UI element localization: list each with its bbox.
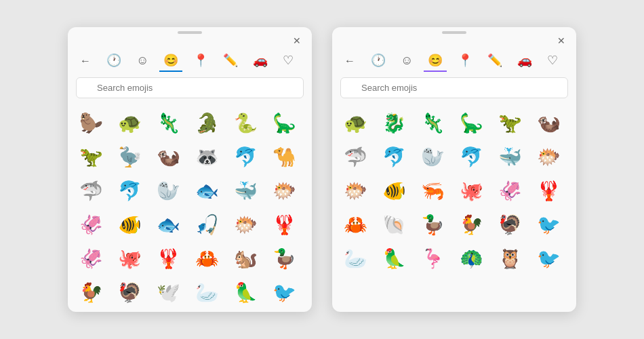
list-item[interactable]: 🦦: [152, 140, 184, 173]
recent-icon-left[interactable]: 🕐: [102, 50, 125, 72]
list-item[interactable]: 🎣: [190, 208, 223, 241]
list-item[interactable]: 🦦: [532, 106, 565, 139]
emoji-picker-right: ✕ ← 🕐 ☺ 😊 📍 ✏️ 🚗 ♡ 🔍 🐢 🐉 🦎 🦕 🦖 🦦 🦈 🐬 🦭 🐬…: [332, 27, 576, 312]
list-item[interactable]: 🐠: [378, 174, 410, 207]
list-item[interactable]: 🦜: [229, 276, 262, 308]
list-item[interactable]: 🦝: [190, 140, 223, 173]
location-icon-right[interactable]: 📍: [454, 50, 477, 72]
list-item[interactable]: 🐙: [455, 174, 487, 207]
list-item[interactable]: 🐬: [229, 140, 262, 173]
list-item[interactable]: 🦖: [75, 140, 107, 173]
list-item[interactable]: 🐟: [190, 174, 223, 207]
list-item[interactable]: 🦑: [75, 208, 107, 241]
list-item[interactable]: 🦉: [494, 242, 526, 275]
list-item[interactable]: 🦢: [190, 276, 223, 308]
list-item[interactable]: 🐬: [113, 174, 146, 207]
list-item[interactable]: 🐙: [113, 242, 146, 275]
list-item[interactable]: 🐦: [532, 208, 565, 241]
list-item[interactable]: 🦃: [113, 276, 146, 308]
list-item[interactable]: 🦈: [339, 140, 371, 173]
pen-icon-left[interactable]: ✏️: [219, 50, 242, 72]
close-button-left[interactable]: ✕: [291, 35, 302, 46]
people-icon-left[interactable]: 😊: [159, 50, 182, 72]
list-item[interactable]: 🐊: [190, 106, 223, 139]
list-item[interactable]: 🐚: [378, 208, 410, 241]
list-item[interactable]: 🦀: [190, 242, 223, 275]
list-item[interactable]: 🦭: [152, 174, 184, 207]
list-item[interactable]: 🦞: [268, 208, 300, 241]
list-item[interactable]: 🦭: [416, 140, 449, 173]
nav-bar-left: ← 🕐 ☺ 😊 📍 ✏️ 🚗 ♡: [68, 47, 312, 72]
heart-icon-left[interactable]: ♡: [279, 50, 298, 72]
drag-handle-right: [442, 31, 466, 34]
list-item[interactable]: 🦕: [268, 106, 300, 139]
list-item[interactable]: 🦤: [113, 140, 146, 173]
drag-handle-left: [178, 31, 202, 34]
list-item[interactable]: 🐬: [378, 140, 410, 173]
list-item[interactable]: 🦀: [339, 208, 371, 241]
list-item[interactable]: 🦎: [152, 106, 184, 139]
list-item[interactable]: 🐡: [268, 174, 300, 207]
drag-area-right[interactable]: [332, 27, 576, 35]
nav-icons-left: 🕐 ☺ 😊 📍 ✏️ 🚗 ♡: [96, 50, 304, 72]
list-item[interactable]: 🐡: [339, 174, 371, 207]
close-button-right[interactable]: ✕: [556, 35, 567, 46]
list-item[interactable]: 🦢: [339, 242, 371, 275]
list-item[interactable]: 🦑: [494, 174, 526, 207]
list-item[interactable]: 🦈: [75, 174, 107, 207]
list-item[interactable]: 🦖: [494, 106, 526, 139]
list-item[interactable]: 🐪: [268, 140, 300, 173]
drag-area-left[interactable]: [68, 27, 312, 35]
pen-icon-right[interactable]: ✏️: [483, 50, 506, 72]
emoji-icon-right[interactable]: ☺: [397, 51, 417, 72]
travel-icon-left[interactable]: 🚗: [249, 50, 272, 72]
list-item[interactable]: 🐓: [75, 276, 107, 308]
travel-icon-right[interactable]: 🚗: [513, 50, 536, 72]
list-item[interactable]: 🐍: [229, 106, 262, 139]
list-item[interactable]: 🦎: [416, 106, 449, 139]
list-item[interactable]: 🦆: [416, 208, 449, 241]
list-item[interactable]: 🐡: [532, 140, 565, 173]
list-item[interactable]: 🐬: [455, 140, 487, 173]
back-button-left[interactable]: ←: [76, 52, 95, 70]
list-item[interactable]: 🦕: [455, 106, 487, 139]
back-button-right[interactable]: ←: [340, 52, 359, 70]
list-item[interactable]: 🐳: [494, 140, 526, 173]
nav-bar-right: ← 🕐 ☺ 😊 📍 ✏️ 🚗 ♡: [332, 47, 576, 72]
list-item[interactable]: 🐓: [455, 208, 487, 241]
search-bar-left: 🔍: [68, 72, 312, 104]
list-item[interactable]: 🐦: [268, 276, 300, 308]
list-item[interactable]: 🦆: [268, 242, 300, 275]
nav-icons-right: 🕐 ☺ 😊 📍 ✏️ 🚗 ♡: [361, 50, 568, 72]
list-item[interactable]: 🦃: [494, 208, 526, 241]
heart-icon-right[interactable]: ♡: [543, 50, 562, 72]
list-item[interactable]: 🦑: [75, 242, 107, 275]
list-item[interactable]: 🐡: [229, 208, 262, 241]
emoji-grid-right: 🐢 🐉 🦎 🦕 🦖 🦦 🦈 🐬 🦭 🐬 🐳 🐡 🐡 🐠 🦐 🐙 🦑 🦞 🦀 🐚 …: [332, 104, 576, 312]
list-item[interactable]: 🐉: [378, 106, 410, 139]
emoji-icon-left[interactable]: ☺: [132, 51, 153, 72]
people-icon-right[interactable]: 😊: [424, 50, 447, 72]
list-item[interactable]: 🦚: [455, 242, 487, 275]
list-item[interactable]: 🐳: [229, 174, 262, 207]
list-item[interactable]: 🕊️: [152, 276, 184, 308]
list-item[interactable]: 🐢: [113, 106, 146, 139]
list-item[interactable]: 🦫: [75, 106, 107, 139]
list-item[interactable]: 🦩: [416, 242, 449, 275]
emoji-grid-left: 🦫 🐢 🦎 🐊 🐍 🦕 🦖 🦤 🦦 🦝 🐬 🐪 🦈 🐬 🦭 🐟 🐳 🐡 🦑 🐠 …: [68, 104, 312, 312]
list-item[interactable]: 🦞: [152, 242, 184, 275]
list-item[interactable]: 🐦: [532, 242, 565, 275]
list-item[interactable]: 🐟: [152, 208, 184, 241]
search-wrapper-right: 🔍: [340, 77, 568, 98]
search-input-left[interactable]: [76, 77, 304, 98]
list-item[interactable]: 🦞: [532, 174, 565, 207]
search-input-right[interactable]: [340, 77, 568, 98]
list-item[interactable]: 🐠: [113, 208, 146, 241]
emoji-picker-left: ✕ ← 🕐 ☺ 😊 📍 ✏️ 🚗 ♡ 🔍 🦫 🐢 🦎 🐊 🐍 🦕 🦖 🦤 🦦 🦝…: [68, 27, 312, 312]
recent-icon-right[interactable]: 🕐: [367, 50, 390, 72]
list-item[interactable]: 🦐: [416, 174, 449, 207]
list-item[interactable]: 🐿️: [229, 242, 262, 275]
list-item[interactable]: 🐢: [339, 106, 371, 139]
location-icon-left[interactable]: 📍: [189, 50, 212, 72]
list-item[interactable]: 🦜: [378, 242, 410, 275]
